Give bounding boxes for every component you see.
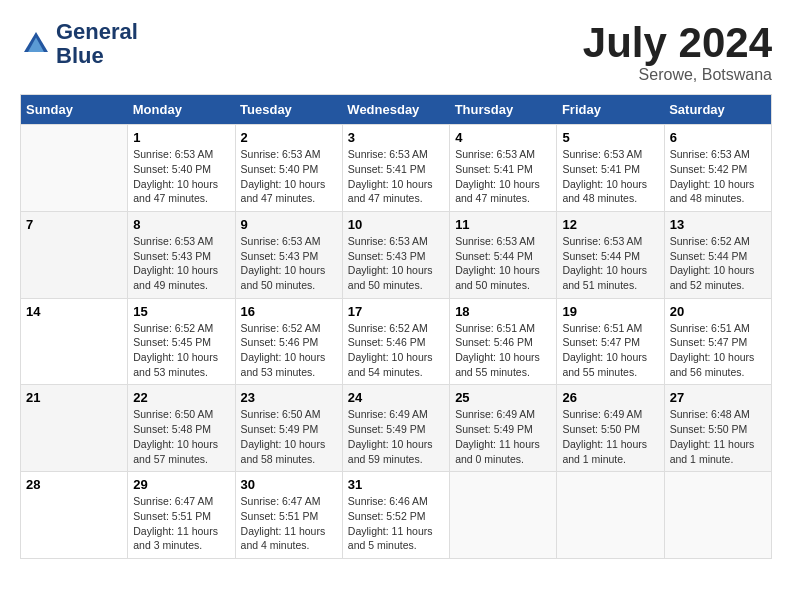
calendar-cell: 16Sunrise: 6:52 AM Sunset: 5:46 PM Dayli…: [235, 298, 342, 385]
day-number: 22: [133, 390, 229, 405]
day-number: 21: [26, 390, 122, 405]
calendar-cell: 28: [21, 472, 128, 559]
calendar-cell: 21: [21, 385, 128, 472]
weekday-header-monday: Monday: [128, 95, 235, 125]
day-number: 27: [670, 390, 766, 405]
calendar-cell: 8Sunrise: 6:53 AM Sunset: 5:43 PM Daylig…: [128, 211, 235, 298]
calendar-cell: 3Sunrise: 6:53 AM Sunset: 5:41 PM Daylig…: [342, 125, 449, 212]
calendar-cell: 10Sunrise: 6:53 AM Sunset: 5:43 PM Dayli…: [342, 211, 449, 298]
day-info: Sunrise: 6:50 AM Sunset: 5:49 PM Dayligh…: [241, 407, 337, 466]
weekday-header-thursday: Thursday: [450, 95, 557, 125]
day-info: Sunrise: 6:53 AM Sunset: 5:43 PM Dayligh…: [241, 234, 337, 293]
week-row-5: 2829Sunrise: 6:47 AM Sunset: 5:51 PM Day…: [21, 472, 772, 559]
calendar-cell: 1Sunrise: 6:53 AM Sunset: 5:40 PM Daylig…: [128, 125, 235, 212]
day-info: Sunrise: 6:53 AM Sunset: 5:41 PM Dayligh…: [455, 147, 551, 206]
week-row-1: 1Sunrise: 6:53 AM Sunset: 5:40 PM Daylig…: [21, 125, 772, 212]
day-number: 5: [562, 130, 658, 145]
calendar-cell: 6Sunrise: 6:53 AM Sunset: 5:42 PM Daylig…: [664, 125, 771, 212]
day-number: 30: [241, 477, 337, 492]
page-header: General Blue July 2024 Serowe, Botswana: [20, 20, 772, 84]
calendar-cell: 24Sunrise: 6:49 AM Sunset: 5:49 PM Dayli…: [342, 385, 449, 472]
calendar-cell: 5Sunrise: 6:53 AM Sunset: 5:41 PM Daylig…: [557, 125, 664, 212]
day-info: Sunrise: 6:53 AM Sunset: 5:42 PM Dayligh…: [670, 147, 766, 206]
day-info: Sunrise: 6:53 AM Sunset: 5:43 PM Dayligh…: [133, 234, 229, 293]
day-info: Sunrise: 6:53 AM Sunset: 5:43 PM Dayligh…: [348, 234, 444, 293]
day-number: 17: [348, 304, 444, 319]
calendar-cell: 22Sunrise: 6:50 AM Sunset: 5:48 PM Dayli…: [128, 385, 235, 472]
calendar-cell: 30Sunrise: 6:47 AM Sunset: 5:51 PM Dayli…: [235, 472, 342, 559]
day-info: Sunrise: 6:51 AM Sunset: 5:47 PM Dayligh…: [670, 321, 766, 380]
calendar-cell: [450, 472, 557, 559]
logo-text: General Blue: [56, 20, 138, 68]
weekday-header-wednesday: Wednesday: [342, 95, 449, 125]
day-number: 20: [670, 304, 766, 319]
day-number: 4: [455, 130, 551, 145]
day-number: 15: [133, 304, 229, 319]
day-number: 11: [455, 217, 551, 232]
day-info: Sunrise: 6:52 AM Sunset: 5:45 PM Dayligh…: [133, 321, 229, 380]
calendar-cell: 7: [21, 211, 128, 298]
calendar-cell: 27Sunrise: 6:48 AM Sunset: 5:50 PM Dayli…: [664, 385, 771, 472]
calendar-cell: 15Sunrise: 6:52 AM Sunset: 5:45 PM Dayli…: [128, 298, 235, 385]
day-info: Sunrise: 6:52 AM Sunset: 5:46 PM Dayligh…: [348, 321, 444, 380]
day-number: 14: [26, 304, 122, 319]
day-info: Sunrise: 6:53 AM Sunset: 5:41 PM Dayligh…: [348, 147, 444, 206]
day-number: 10: [348, 217, 444, 232]
day-number: 13: [670, 217, 766, 232]
calendar-cell: [557, 472, 664, 559]
day-info: Sunrise: 6:46 AM Sunset: 5:52 PM Dayligh…: [348, 494, 444, 553]
day-info: Sunrise: 6:49 AM Sunset: 5:49 PM Dayligh…: [455, 407, 551, 466]
location-subtitle: Serowe, Botswana: [583, 66, 772, 84]
calendar-cell: 25Sunrise: 6:49 AM Sunset: 5:49 PM Dayli…: [450, 385, 557, 472]
calendar-cell: 29Sunrise: 6:47 AM Sunset: 5:51 PM Dayli…: [128, 472, 235, 559]
week-row-4: 2122Sunrise: 6:50 AM Sunset: 5:48 PM Day…: [21, 385, 772, 472]
calendar-cell: 23Sunrise: 6:50 AM Sunset: 5:49 PM Dayli…: [235, 385, 342, 472]
day-info: Sunrise: 6:51 AM Sunset: 5:46 PM Dayligh…: [455, 321, 551, 380]
day-number: 23: [241, 390, 337, 405]
logo-icon: [20, 28, 52, 60]
day-info: Sunrise: 6:50 AM Sunset: 5:48 PM Dayligh…: [133, 407, 229, 466]
logo: General Blue: [20, 20, 138, 68]
day-info: Sunrise: 6:48 AM Sunset: 5:50 PM Dayligh…: [670, 407, 766, 466]
title-block: July 2024 Serowe, Botswana: [583, 20, 772, 84]
weekday-header-row: SundayMondayTuesdayWednesdayThursdayFrid…: [21, 95, 772, 125]
calendar-cell: 20Sunrise: 6:51 AM Sunset: 5:47 PM Dayli…: [664, 298, 771, 385]
weekday-header-saturday: Saturday: [664, 95, 771, 125]
weekday-header-tuesday: Tuesday: [235, 95, 342, 125]
day-info: Sunrise: 6:51 AM Sunset: 5:47 PM Dayligh…: [562, 321, 658, 380]
day-number: 2: [241, 130, 337, 145]
calendar-cell: [21, 125, 128, 212]
calendar-cell: 4Sunrise: 6:53 AM Sunset: 5:41 PM Daylig…: [450, 125, 557, 212]
day-info: Sunrise: 6:52 AM Sunset: 5:44 PM Dayligh…: [670, 234, 766, 293]
calendar-cell: 18Sunrise: 6:51 AM Sunset: 5:46 PM Dayli…: [450, 298, 557, 385]
day-info: Sunrise: 6:53 AM Sunset: 5:44 PM Dayligh…: [455, 234, 551, 293]
calendar-cell: 17Sunrise: 6:52 AM Sunset: 5:46 PM Dayli…: [342, 298, 449, 385]
day-number: 28: [26, 477, 122, 492]
calendar-cell: 11Sunrise: 6:53 AM Sunset: 5:44 PM Dayli…: [450, 211, 557, 298]
week-row-2: 78Sunrise: 6:53 AM Sunset: 5:43 PM Dayli…: [21, 211, 772, 298]
calendar-cell: 19Sunrise: 6:51 AM Sunset: 5:47 PM Dayli…: [557, 298, 664, 385]
day-number: 9: [241, 217, 337, 232]
calendar-cell: [664, 472, 771, 559]
day-number: 16: [241, 304, 337, 319]
weekday-header-sunday: Sunday: [21, 95, 128, 125]
day-number: 18: [455, 304, 551, 319]
day-info: Sunrise: 6:53 AM Sunset: 5:41 PM Dayligh…: [562, 147, 658, 206]
day-info: Sunrise: 6:52 AM Sunset: 5:46 PM Dayligh…: [241, 321, 337, 380]
day-number: 7: [26, 217, 122, 232]
day-number: 8: [133, 217, 229, 232]
calendar-cell: 2Sunrise: 6:53 AM Sunset: 5:40 PM Daylig…: [235, 125, 342, 212]
day-info: Sunrise: 6:53 AM Sunset: 5:44 PM Dayligh…: [562, 234, 658, 293]
day-number: 12: [562, 217, 658, 232]
calendar-cell: 9Sunrise: 6:53 AM Sunset: 5:43 PM Daylig…: [235, 211, 342, 298]
day-number: 19: [562, 304, 658, 319]
day-number: 29: [133, 477, 229, 492]
calendar-cell: 13Sunrise: 6:52 AM Sunset: 5:44 PM Dayli…: [664, 211, 771, 298]
calendar-table: SundayMondayTuesdayWednesdayThursdayFrid…: [20, 94, 772, 559]
day-number: 24: [348, 390, 444, 405]
day-info: Sunrise: 6:47 AM Sunset: 5:51 PM Dayligh…: [133, 494, 229, 553]
calendar-cell: 12Sunrise: 6:53 AM Sunset: 5:44 PM Dayli…: [557, 211, 664, 298]
calendar-cell: 26Sunrise: 6:49 AM Sunset: 5:50 PM Dayli…: [557, 385, 664, 472]
day-number: 6: [670, 130, 766, 145]
day-number: 1: [133, 130, 229, 145]
